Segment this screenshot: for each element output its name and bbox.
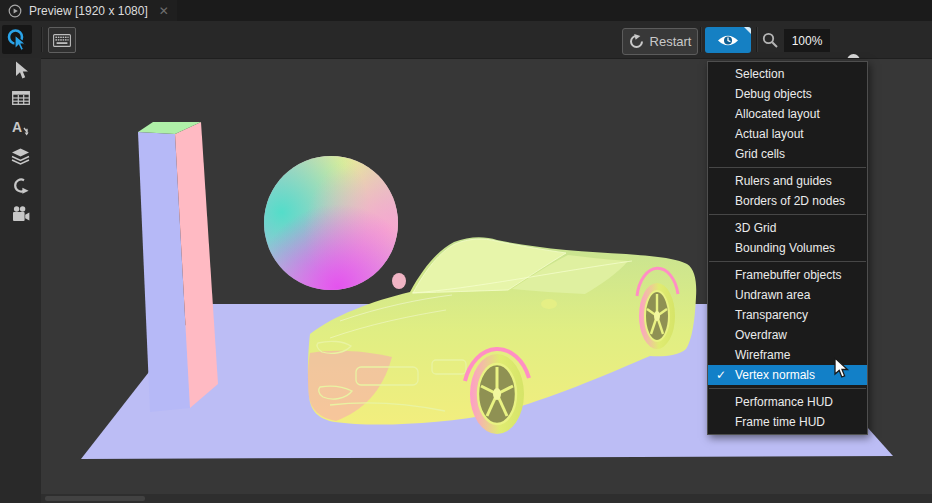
sidebar-item-font-metrics[interactable]: A	[0, 115, 41, 139]
keyboard-icon	[53, 34, 71, 47]
horizontal-scrollbar[interactable]	[41, 494, 932, 503]
menu-item-frame-time-hud[interactable]: Frame time HUD	[708, 412, 867, 432]
menu-item-framebuffer-objects[interactable]: Framebuffer objects	[708, 265, 867, 285]
visualization-dropdown-button[interactable]	[705, 27, 751, 53]
pick-item-tool-button[interactable]	[2, 25, 32, 54]
restart-label: Restart	[650, 34, 692, 49]
tab-title: Preview [1920 x 1080]	[29, 4, 148, 18]
menu-item-debug-objects[interactable]: Debug objects	[708, 84, 867, 104]
sidebar-item-table-view[interactable]	[0, 86, 41, 110]
pick-item-icon	[6, 28, 28, 52]
tall-box	[138, 122, 218, 412]
play-circle-icon	[8, 4, 22, 18]
sidebar-item-layers[interactable]	[0, 144, 41, 168]
sidebar-item-cursor[interactable]	[0, 58, 41, 82]
menu-separator	[709, 388, 866, 389]
tab-preview[interactable]: Preview [1920 x 1080] ✕	[0, 0, 177, 21]
menu-item-undrawn-area[interactable]: Undrawn area	[708, 285, 867, 305]
mouse-cursor	[834, 357, 851, 379]
keyboard-button[interactable]	[48, 27, 76, 53]
table-icon	[12, 91, 30, 105]
sidebar-item-connections[interactable]	[0, 173, 41, 197]
menu-item-overdraw[interactable]: Overdraw	[708, 325, 867, 345]
layers-icon	[11, 148, 30, 165]
toolbar-separator	[700, 27, 702, 52]
car-mirror	[392, 273, 406, 289]
menu-item-performance-hud[interactable]: Performance HUD	[708, 392, 867, 412]
menu-separator	[709, 167, 866, 168]
menu-item-rulers-and-guides[interactable]: Rulers and guides	[708, 171, 867, 191]
restart-icon	[629, 34, 644, 49]
menu-separator	[709, 214, 866, 215]
tool-sidebar: A	[0, 58, 41, 503]
checkmark-icon: ✓	[716, 365, 726, 385]
menu-item-vertex-normals-label: Vertex normals	[735, 368, 815, 382]
preview-window: Preview [1920 x 1080] ✕	[0, 0, 932, 503]
font-metrics-icon: A	[12, 119, 30, 136]
magnifier-icon	[762, 32, 779, 49]
sidebar-item-camera[interactable]	[0, 202, 41, 226]
menu-separator	[709, 261, 866, 262]
restart-button[interactable]: Restart	[622, 28, 698, 55]
menu-item-selection[interactable]: Selection	[708, 64, 867, 84]
dropdown-corner-indicator	[744, 27, 751, 34]
car-front-wheel	[470, 354, 524, 434]
toolbar-separator	[41, 27, 43, 52]
horizontal-scrollbar-thumb[interactable]	[45, 496, 145, 501]
connections-icon	[12, 177, 29, 194]
menu-item-grid-cells[interactable]: Grid cells	[708, 144, 867, 164]
menu-item-bounding-volumes[interactable]: Bounding Volumes	[708, 238, 867, 258]
menu-item-actual-layout[interactable]: Actual layout	[708, 124, 867, 144]
menu-item-allocated-layout[interactable]: Allocated layout	[708, 104, 867, 124]
car-rear-wheel	[639, 283, 675, 349]
toolbar-separator	[756, 27, 758, 52]
zoom-level-field[interactable]: 100%	[784, 29, 830, 52]
camera-icon	[12, 206, 30, 222]
eye-icon	[717, 33, 739, 48]
menu-item-transparency[interactable]: Transparency	[708, 305, 867, 325]
toolbar: Restart 100%	[0, 21, 932, 58]
sphere	[264, 156, 398, 290]
menu-item-borders-of-2d-nodes[interactable]: Borders of 2D nodes	[708, 191, 867, 211]
cursor-arrow-icon	[12, 61, 29, 80]
menu-item-3d-grid[interactable]: 3D Grid	[708, 218, 867, 238]
svg-text:A: A	[12, 119, 22, 135]
zoom-level-value: 100%	[792, 34, 823, 48]
tab-bar: Preview [1920 x 1080] ✕	[0, 0, 932, 21]
tab-close-icon[interactable]: ✕	[159, 4, 169, 18]
